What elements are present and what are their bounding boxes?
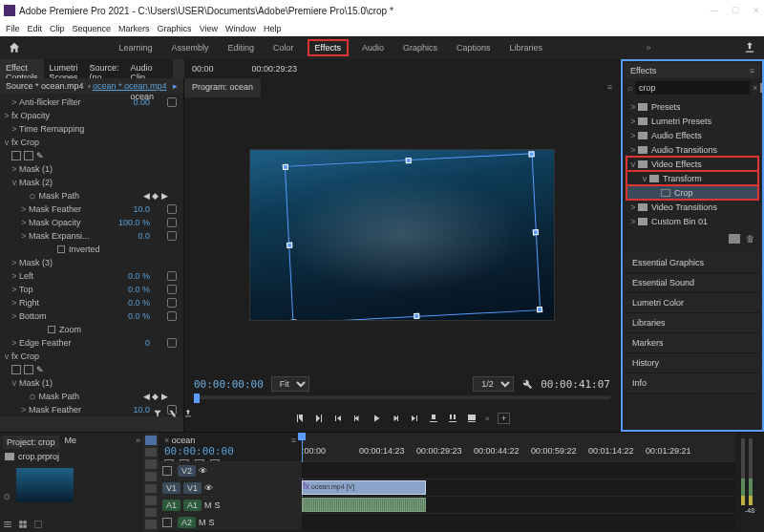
menu-help[interactable]: Help	[264, 24, 282, 33]
extract-icon[interactable]	[447, 413, 458, 424]
effects-item[interactable]: >Presets	[626, 99, 758, 114]
panel-lumetri-color[interactable]: Lumetri Color	[625, 293, 760, 313]
filter-icon[interactable]	[153, 409, 162, 418]
sequence-tab[interactable]: ocean	[172, 436, 196, 445]
new-bin-icon[interactable]	[729, 234, 740, 244]
workspace-learning[interactable]: Learning	[113, 39, 158, 56]
track-lane[interactable]: fxocean.mp4 [V]	[302, 479, 735, 496]
export-frame-icon[interactable]	[466, 413, 478, 424]
panel-menu-icon[interactable]: ≡	[291, 436, 296, 445]
workspace-color[interactable]: Color	[267, 39, 300, 56]
add-button-icon[interactable]: +	[498, 413, 510, 424]
property-row[interactable]: >Right0.0 %	[4, 296, 180, 309]
menu-file[interactable]: File	[6, 24, 20, 33]
pen-mask-icon[interactable]: ✎	[36, 365, 44, 374]
panel-essential-graphics[interactable]: Essential Graphics	[625, 253, 760, 273]
effects-item[interactable]: >Audio Effects	[626, 128, 758, 142]
ellipse-mask-icon[interactable]	[11, 151, 21, 160]
ellipse-mask-icon[interactable]	[11, 365, 21, 374]
track-lane[interactable]	[302, 514, 735, 530]
property-row[interactable]: >Top0.0 %	[4, 283, 180, 296]
step-forward-icon[interactable]	[390, 413, 401, 424]
effects-item[interactable]: >Lumetri Presets	[626, 114, 758, 128]
transition-icon[interactable]	[168, 409, 178, 418]
clip-thumbnail[interactable]	[16, 468, 74, 502]
property-row[interactable]: >Mask Feather10.0	[4, 202, 180, 216]
delete-icon[interactable]: 🗑	[746, 234, 754, 244]
menu-graphics[interactable]: Graphics	[158, 24, 192, 33]
effects-item[interactable]: >Audio Transitions	[626, 142, 758, 157]
search-input[interactable]	[635, 81, 750, 95]
minimize-button[interactable]: —	[710, 6, 718, 15]
clear-search-icon[interactable]: ×	[753, 83, 757, 93]
home-icon[interactable]	[8, 41, 21, 54]
export-icon[interactable]	[743, 41, 756, 54]
mark-in-icon[interactable]	[294, 413, 306, 424]
wrench-icon[interactable]	[521, 378, 533, 390]
overflow-icon[interactable]: »	[646, 43, 650, 53]
filter-icon[interactable]	[760, 83, 762, 93]
property-row[interactable]: >Left0.0 %	[4, 269, 180, 283]
eye-icon[interactable]: 👁	[199, 466, 207, 476]
project-tab[interactable]: Project: crop	[3, 436, 59, 449]
project-file[interactable]: crop.prproj	[18, 452, 59, 461]
panel-menu-icon[interactable]: ≡	[600, 78, 620, 96]
property-row[interactable]: >Mask Expansi...0.0	[4, 229, 180, 243]
mark-out-icon[interactable]	[313, 413, 325, 424]
track-lane[interactable]	[302, 462, 735, 479]
track-label[interactable]: V2	[178, 465, 196, 477]
property-row[interactable]: Zoom	[4, 323, 180, 336]
panel-libraries[interactable]: Libraries	[625, 313, 760, 333]
workspace-libraries[interactable]: Libraries	[504, 39, 549, 56]
workspace-assembly[interactable]: Assembly	[166, 39, 215, 56]
workspace-effects[interactable]: Effects	[308, 39, 349, 56]
panel-info[interactable]: Info	[625, 373, 760, 394]
effects-item[interactable]: >Custom Bin 01	[626, 214, 758, 228]
property-row[interactable]: >Mask Opacity100.0 %	[4, 216, 180, 229]
ec-tab[interactable]: Lumetri Scopes	[44, 59, 84, 78]
hand-tool[interactable]	[145, 508, 157, 518]
timeline-timecode[interactable]: 00:00:00:00	[164, 445, 234, 458]
property-row[interactable]: Mask Path◀ ◆ ▶	[4, 189, 180, 202]
audio-clip[interactable]	[302, 498, 426, 512]
menu-view[interactable]: View	[200, 24, 218, 33]
rect-mask-icon[interactable]	[24, 151, 33, 160]
menu-edit[interactable]: Edit	[28, 24, 43, 33]
list-view-icon[interactable]	[3, 520, 12, 529]
ec-tab[interactable]: Source: (no clips)	[84, 59, 125, 78]
track-label[interactable]: V1	[183, 482, 202, 494]
play-icon[interactable]	[371, 413, 382, 424]
eye-icon[interactable]: 👁	[204, 483, 213, 493]
go-to-out-icon[interactable]	[409, 413, 420, 424]
effects-item[interactable]: vTransform	[626, 171, 758, 185]
ec-tab[interactable]: Audio Clip Mixer: ocean	[125, 59, 167, 78]
playhead[interactable]	[194, 394, 200, 403]
property-row[interactable]: Mask Path◀ ◆ ▶	[4, 390, 180, 403]
property-row[interactable]: >Mask (3)	[4, 256, 180, 269]
export-icon[interactable]	[183, 409, 193, 418]
type-tool[interactable]	[145, 520, 157, 529]
selection-tool[interactable]	[145, 436, 157, 445]
lift-icon[interactable]	[428, 413, 439, 424]
property-row[interactable]: vfx Crop	[4, 350, 180, 363]
menu-window[interactable]: Window	[225, 24, 256, 33]
property-row[interactable]: >Anti-flicker Filter0.00	[4, 96, 180, 109]
program-tab[interactable]: Program: ocean	[184, 78, 261, 97]
workspace-captions[interactable]: Captions	[451, 39, 497, 56]
toggle-track-icon[interactable]	[162, 518, 172, 527]
workspace-audio[interactable]: Audio	[356, 39, 390, 56]
panel-menu-icon[interactable]: ≡	[750, 66, 754, 75]
video-monitor[interactable]	[184, 97, 620, 372]
property-row[interactable]: vMask (1)	[4, 376, 180, 390]
effects-item[interactable]: Crop	[626, 185, 758, 200]
property-row[interactable]: vMask (2)	[4, 176, 180, 189]
ec-tab[interactable]: Effect Controls	[0, 59, 44, 78]
effects-item[interactable]: >Video Transitions	[626, 200, 758, 214]
workspace-graphics[interactable]: Graphics	[397, 39, 443, 56]
step-back-icon[interactable]	[351, 413, 363, 424]
ripple-tool[interactable]	[145, 459, 157, 469]
property-row[interactable]: Inverted	[4, 243, 180, 256]
menu-sequence[interactable]: Sequence	[73, 24, 112, 33]
effects-item[interactable]: vVideo Effects	[626, 157, 758, 171]
panel-essential-sound[interactable]: Essential Sound	[625, 273, 760, 293]
